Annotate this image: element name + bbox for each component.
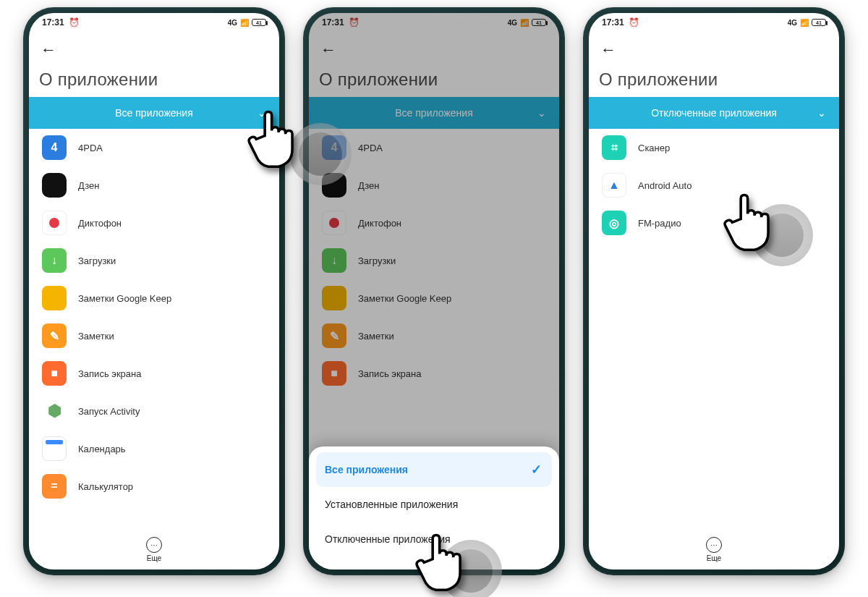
app-row[interactable]: ↓Загрузки: [29, 242, 279, 279]
app-icon: ⬢: [42, 399, 67, 423]
sheet-option-label: Все приложения: [325, 464, 408, 475]
app-icon: [42, 286, 67, 310]
app-row[interactable]: 44PDA: [309, 129, 559, 166]
app-icon: [42, 173, 67, 198]
app-icon: 4: [322, 135, 346, 160]
app-label: 4PDA: [78, 143, 103, 153]
sheet-option-all[interactable]: Все приложения ✓: [316, 452, 552, 487]
filter-sheet: Все приложения ✓ Установленные приложени…: [309, 446, 559, 570]
app-row[interactable]: Заметки Google Keep: [309, 279, 559, 317]
app-icon: ↓: [322, 248, 346, 273]
app-label: Загрузки: [78, 255, 116, 266]
phone-frame-1: 17:31 ⏰ 4G 📶 41 ← О приложении Все прило…: [23, 7, 285, 575]
network-icon: 4G: [228, 19, 237, 27]
status-bar: 17:31 ⏰ 4G 📶 41: [589, 13, 839, 32]
signal-icon: 📶: [520, 19, 529, 27]
app-icon: [322, 211, 346, 235]
app-label: Запуск Activity: [78, 406, 140, 417]
app-icon: [42, 436, 67, 461]
more-button[interactable]: ⋯ Еще: [146, 533, 162, 570]
back-button[interactable]: ←: [39, 38, 58, 62]
screen-3: 17:31 ⏰ 4G 📶 41 ← О приложении Отключенн…: [589, 13, 839, 570]
more-label: Еще: [707, 554, 721, 562]
battery-icon: 41: [532, 19, 546, 26]
app-label: Дзен: [358, 180, 379, 191]
app-row[interactable]: ✎Заметки: [309, 317, 559, 355]
app-row[interactable]: ✎Заметки: [29, 317, 279, 355]
app-row[interactable]: ■Запись экрана: [309, 355, 559, 392]
more-icon: ⋯: [146, 537, 162, 553]
back-button[interactable]: ←: [319, 38, 338, 62]
page-title: О приложении: [599, 69, 829, 90]
more-label: Еще: [147, 554, 161, 562]
app-row[interactable]: ⬢Запуск Activity: [29, 392, 279, 430]
status-bar: 17:31 ⏰ 4G 📶 41: [309, 13, 559, 32]
app-label: Запись экрана: [78, 368, 141, 379]
app-row[interactable]: Диктофон: [29, 204, 279, 242]
app-row[interactable]: Дзен: [309, 166, 559, 204]
app-label: Диктофон: [78, 218, 122, 229]
filter-dropdown[interactable]: Отключенные приложения ⌄: [589, 97, 839, 129]
app-icon: 4: [42, 135, 67, 160]
app-icon: ▲: [602, 173, 626, 198]
app-label: Диктофон: [358, 218, 401, 229]
app-label: Запись экрана: [358, 368, 421, 379]
filter-dropdown[interactable]: Все приложения ⌄: [309, 97, 559, 129]
page-title: О приложении: [39, 69, 269, 90]
app-row[interactable]: Дзен: [29, 166, 279, 204]
app-label: Заметки Google Keep: [78, 293, 171, 304]
app-icon: [42, 211, 67, 235]
sheet-option-disabled[interactable]: Отключенные приложения: [309, 522, 559, 556]
more-button[interactable]: ⋯ Еще: [706, 533, 722, 570]
app-row[interactable]: Заметки Google Keep: [29, 279, 279, 317]
app-icon: ↓: [42, 248, 67, 273]
status-time: 17:31: [602, 17, 624, 27]
app-row[interactable]: ◎FM-радио: [589, 204, 839, 242]
app-label: Дзен: [78, 180, 99, 191]
app-label: Калькулятор: [78, 481, 133, 492]
screen-1: 17:31 ⏰ 4G 📶 41 ← О приложении Все прило…: [29, 13, 279, 570]
app-row[interactable]: Календарь: [29, 430, 279, 467]
alarm-icon: ⏰: [629, 17, 639, 27]
check-icon: ✓: [531, 462, 542, 478]
app-icon: ■: [322, 361, 346, 386]
chevron-down-icon: ⌄: [258, 107, 266, 119]
sheet-option-label: Установленные приложения: [325, 499, 458, 510]
app-icon: =: [42, 474, 67, 499]
chevron-down-icon: ⌄: [537, 107, 546, 119]
alarm-icon: ⏰: [69, 17, 80, 27]
app-row[interactable]: ▲Android Auto: [589, 166, 839, 204]
app-icon: ✎: [42, 323, 67, 348]
app-label: Загрузки: [358, 255, 396, 266]
app-label: Календарь: [78, 444, 126, 454]
app-icon: [322, 173, 346, 198]
app-icon: ⌗: [602, 135, 626, 160]
app-label: Заметки: [358, 331, 394, 342]
network-icon: 4G: [788, 19, 797, 27]
signal-icon: 📶: [240, 19, 249, 27]
filter-label: Все приложения: [115, 107, 192, 119]
app-row[interactable]: ⌗Сканер: [589, 129, 839, 166]
app-row[interactable]: =Калькулятор: [29, 467, 279, 505]
page-title: О приложении: [319, 69, 549, 90]
back-button[interactable]: ←: [599, 38, 618, 62]
sheet-option-installed[interactable]: Установленные приложения: [309, 487, 559, 522]
app-row[interactable]: 44PDA: [29, 129, 279, 166]
app-icon: ■: [42, 361, 67, 386]
status-bar: 17:31 ⏰ 4G 📶 41: [29, 13, 279, 32]
more-icon: ⋯: [706, 537, 722, 553]
app-label: Android Auto: [638, 180, 692, 191]
app-label: FM-радио: [638, 218, 681, 229]
sheet-option-label: Отключенные приложения: [325, 533, 451, 545]
app-row[interactable]: ↓Загрузки: [309, 242, 559, 279]
app-icon: [322, 286, 346, 310]
filter-label: Все приложения: [395, 107, 472, 119]
signal-icon: 📶: [800, 19, 809, 27]
phone-frame-2: 17:31 ⏰ 4G 📶 41 ← О приложении Все прило…: [303, 7, 565, 575]
app-row[interactable]: ■Запись экрана: [29, 355, 279, 392]
app-row[interactable]: Диктофон: [309, 204, 559, 242]
filter-dropdown[interactable]: Все приложения ⌄: [29, 97, 279, 129]
status-time: 17:31: [42, 17, 64, 27]
app-label: 4PDA: [358, 143, 383, 153]
phone-frame-3: 17:31 ⏰ 4G 📶 41 ← О приложении Отключенн…: [583, 7, 845, 575]
